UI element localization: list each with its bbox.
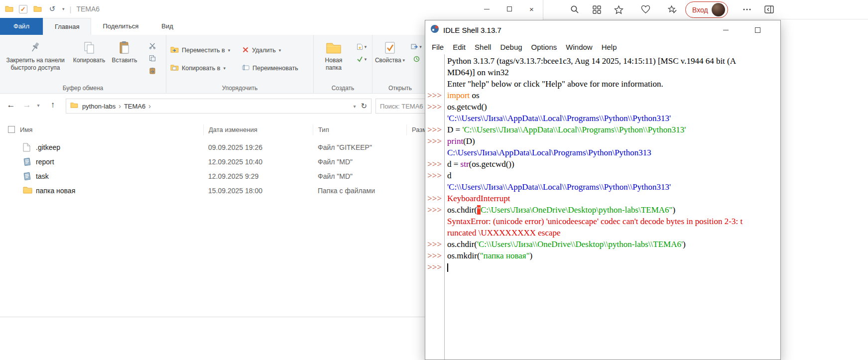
button-label: Переместить в	[182, 47, 225, 54]
up-button[interactable]: ↑	[46, 98, 60, 113]
menu-file[interactable]: File	[427, 42, 448, 52]
delete-button[interactable]: Удалить ▾	[242, 44, 281, 57]
ribbon-group-label: Создать	[314, 85, 372, 92]
copy-to-button[interactable]: Копировать в ▾	[170, 62, 226, 75]
favorites-star-icon[interactable]	[612, 2, 625, 16]
button-label: Новая	[325, 57, 343, 64]
column-header[interactable]: Имя	[20, 124, 199, 135]
rename-button[interactable]: Переименовать	[242, 62, 298, 75]
shell-line: MD64)] on win32	[425, 67, 780, 78]
back-button[interactable]: ←	[4, 98, 18, 113]
shell-prompt: >>>	[425, 170, 442, 181]
idle-titlebar: IDLE Shell 3.13.7	[425, 20, 780, 39]
easy-access-icon[interactable]: ▾	[353, 53, 371, 65]
shell-line: >>>	[425, 261, 780, 273]
new-folder-button[interactable]: Новая папка	[317, 39, 351, 72]
tab-Вид[interactable]: Вид	[150, 18, 185, 35]
menu-edit[interactable]: Edit	[448, 42, 470, 52]
chevron-down-icon: ▾	[403, 57, 405, 64]
search-icon[interactable]	[568, 2, 582, 16]
file-name: папка новая	[36, 184, 75, 198]
chevron-down-icon: ▾	[365, 57, 367, 62]
shell-line: 'C:\\Users\\Лиза\\AppData\\Local\\Progra…	[425, 113, 780, 124]
ribbon-group-label: Буфер обмена	[0, 85, 166, 92]
properties-icon	[383, 39, 396, 57]
apps-grid-icon[interactable]	[590, 2, 604, 16]
properties-button[interactable]: Свойства ▾	[374, 39, 405, 64]
shell-prompt: >>>	[425, 261, 442, 273]
nav-history-chevron-icon[interactable]: ▾	[34, 98, 43, 113]
shell-line: >>>os.getcwd()	[425, 101, 780, 113]
shell-line: >>>d = str(os.getcwd())	[425, 158, 780, 170]
file-name: task	[36, 169, 49, 184]
ribbon-group-organize: Переместить в ▾ Копировать в ▾ Удалить ▾	[166, 35, 314, 93]
forward-button[interactable]: →	[20, 98, 34, 113]
file-type: Файл "GITKEEP"	[318, 140, 372, 155]
chevron-right-icon: ›	[146, 102, 153, 110]
breadcrumb-item[interactable]: TEMA6	[123, 103, 146, 110]
quick-access-folder-icon[interactable]	[32, 4, 42, 14]
shell-line: Python 3.13.7 (tags/v3.13.7:bcee1c3, Aug…	[425, 55, 780, 67]
address-chevron-down-icon[interactable]: ▾	[353, 104, 356, 109]
history-icon[interactable]	[407, 53, 425, 65]
tab-Поделиться[interactable]: Поделиться	[91, 18, 150, 35]
button-label: Удалить	[252, 47, 276, 54]
qat-chevron-down-icon[interactable]: ▾	[62, 6, 65, 11]
browser-essentials-icon[interactable]	[638, 2, 652, 16]
paste-shortcut-icon[interactable]	[142, 65, 162, 76]
tab-Файл[interactable]: Файл	[0, 18, 43, 35]
new-item-icon[interactable]: ▾	[353, 41, 371, 52]
address-bar[interactable]: python-labs›TEMA6› ▾ ↻	[66, 99, 372, 114]
menu-help[interactable]: Help	[597, 42, 621, 52]
copy-icon	[83, 39, 96, 57]
menu-window[interactable]: Window	[561, 42, 597, 52]
redo-icon[interactable]: ↺	[47, 4, 57, 14]
avatar	[712, 3, 725, 16]
idle-window: IDLE Shell 3.13.7 FileEditShellDebugOpti…	[425, 20, 781, 360]
copy-button[interactable]: Копировать	[70, 39, 109, 64]
select-all-checkbox[interactable]	[8, 126, 15, 133]
breadcrumb-item[interactable]: python-labs	[81, 103, 117, 110]
more-options-icon[interactable]	[740, 2, 754, 16]
pin-to-quickaccess-button[interactable]: Закрепить на панели быстрого доступа	[2, 39, 69, 72]
column-header[interactable]: Тип	[313, 124, 402, 135]
window-controls: ×	[476, 0, 543, 18]
minimize-button[interactable]	[715, 20, 737, 39]
button-label: Копировать	[73, 57, 106, 64]
chevron-down-icon: ▾	[419, 44, 422, 49]
chevron-down-icon: ▾	[365, 44, 367, 49]
cut-icon[interactable]	[142, 40, 162, 51]
close-button[interactable]: ×	[520, 0, 543, 18]
collections-icon[interactable]	[665, 2, 679, 16]
paste-icon	[119, 39, 130, 57]
search-input[interactable]: Поиск: TEMA6	[375, 99, 431, 114]
shell-line: >>>os.chdir('C:\\Users\\Лиза\\OneDrive\\…	[425, 239, 780, 250]
tab-Главная[interactable]: Главная	[43, 18, 91, 35]
signin-label: Вход	[692, 6, 708, 14]
copy-path-icon[interactable]	[142, 52, 162, 64]
column-header[interactable]: Дата изменения	[203, 124, 309, 135]
maximize-button[interactable]	[498, 0, 520, 18]
minimize-button[interactable]	[476, 0, 498, 18]
refresh-icon[interactable]: ↻	[361, 102, 367, 111]
rename-icon	[242, 64, 249, 72]
open-icon[interactable]: ▾	[407, 41, 425, 52]
shell-prompt: >>>	[425, 193, 442, 204]
md-file-icon	[23, 157, 32, 168]
shell-line: Enter "help" below or click "Help" above…	[425, 78, 780, 90]
paste-button[interactable]: Вставить	[110, 39, 139, 64]
shell-line: runcated \UXXXXXXXX escape	[425, 227, 780, 239]
ribbon-group-open: Свойства ▾ ▾ Открыть	[372, 35, 428, 93]
button-label: быстрого доступа	[11, 64, 60, 72]
file-date: 12.09.2025 9:29	[208, 169, 258, 184]
quick-access-check-icon[interactable]: ✓	[19, 5, 27, 13]
maximize-button[interactable]	[746, 20, 768, 39]
signin-button[interactable]: Вход	[685, 1, 728, 18]
move-to-button[interactable]: Переместить в ▾	[170, 44, 230, 57]
menu-shell[interactable]: Shell	[470, 42, 496, 52]
sidebar-toggle-icon[interactable]	[762, 2, 776, 16]
shell-content[interactable]: Python 3.13.7 (tags/v3.13.7:bcee1c3, Aug…	[425, 54, 780, 360]
menu-options[interactable]: Options	[527, 42, 562, 52]
delete-icon	[242, 46, 249, 55]
menu-debug[interactable]: Debug	[496, 42, 526, 52]
